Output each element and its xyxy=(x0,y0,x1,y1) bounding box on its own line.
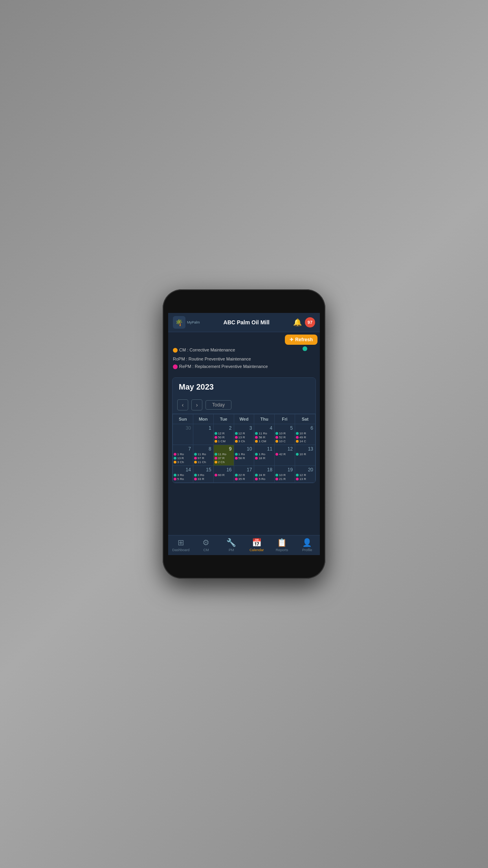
event-label: 50 R xyxy=(218,436,225,439)
calendar-day-cell[interactable]: 1242 R xyxy=(275,445,295,466)
event-tag: 42 R xyxy=(275,452,294,456)
calendar-grid: SunMonTueWedThuFriSat 301212 R50 R1 CM31… xyxy=(172,414,316,483)
day-number: 17 xyxy=(235,467,253,473)
calendar-day-cell[interactable]: 1824 R5 Ro xyxy=(254,466,275,483)
prev-month-button[interactable]: ‹ xyxy=(177,399,188,410)
day-number: 3 xyxy=(235,425,253,431)
event-tag: 50 R xyxy=(215,436,233,439)
calendar-day-cell[interactable]: 312 R13 R3 Ch xyxy=(234,424,254,445)
event-dot xyxy=(275,453,278,456)
nav-item-calendar[interactable]: 📅 Calendar xyxy=(244,538,269,552)
day-number: 1 xyxy=(194,425,213,431)
event-tag: 13 R xyxy=(235,436,253,439)
event-dot xyxy=(174,478,176,480)
refresh-button[interactable]: ✈ Refresh xyxy=(285,335,317,345)
event-tag: 10 R xyxy=(275,473,294,477)
day-number: 12 xyxy=(275,446,294,452)
event-dot xyxy=(255,478,258,480)
bottom-nav: ⊞ Dashboard ⚙ CM 🔧 PM 📅 Calendar 📋 Repor… xyxy=(168,535,320,555)
event-label: 11 Ro xyxy=(218,452,226,456)
event-tag: 11 Ro xyxy=(255,432,273,435)
event-dot xyxy=(215,461,217,463)
nav-item-dashboard[interactable]: ⊞ Dashboard xyxy=(168,538,193,552)
header-title: ABC Palm Oil Mill xyxy=(224,319,270,326)
event-dot xyxy=(235,436,238,439)
calendar-day-cell[interactable]: 1 xyxy=(193,424,213,445)
logo-icon: 🌴 xyxy=(173,316,185,329)
event-dot xyxy=(215,436,217,439)
calendar-day-header: Wed xyxy=(234,414,254,424)
event-label: 5 Ro xyxy=(177,477,184,481)
event-label: 37 R xyxy=(218,456,225,460)
event-dot xyxy=(215,432,217,435)
event-dot xyxy=(255,432,258,435)
event-dot xyxy=(296,440,299,443)
event-tag: 1 Ro xyxy=(235,452,253,456)
calendar-day-cell[interactable]: 153 Ro33 R xyxy=(193,466,213,483)
calendar-day-header: Thu xyxy=(254,414,275,424)
event-tag: 24 R xyxy=(255,473,273,477)
reports-icon: 📋 xyxy=(277,538,287,547)
legend-ropm-dot-item xyxy=(303,346,307,351)
event-label: 33 R xyxy=(198,477,204,481)
calendar-day-cell[interactable]: 2012 R13 R xyxy=(295,466,316,483)
calendar-day-cell[interactable]: 911 Ro37 R2 Ch xyxy=(213,445,234,466)
calendar-day-cell[interactable]: 811 Ro97 R11 Ch xyxy=(193,445,213,466)
calendar-body: 301212 R50 R1 CM312 R13 R3 Ch411 Ro58 R1… xyxy=(173,424,316,483)
legend-cm-item: CM : Corrective Maintenance xyxy=(173,346,235,354)
event-dot xyxy=(215,453,217,456)
calendar-day-cell[interactable]: 30 xyxy=(173,424,193,445)
event-label: 35 R xyxy=(238,477,245,481)
calendar-day-cell[interactable]: 101 Ro58 R xyxy=(234,445,254,466)
nav-item-cm[interactable]: ⚙ CM xyxy=(193,538,218,552)
event-dot xyxy=(215,474,217,476)
calendar-day-cell[interactable]: 1660 R xyxy=(213,466,234,483)
event-tag: 14 C xyxy=(296,440,314,443)
calendar-day-cell[interactable]: 1722 R35 R xyxy=(234,466,254,483)
event-label: 21 R xyxy=(279,477,286,481)
event-dot xyxy=(296,432,299,435)
event-dot xyxy=(194,457,197,460)
event-label: 10 R xyxy=(279,473,286,477)
calendar-day-cell[interactable]: 411 Ro58 R1 CM xyxy=(254,424,275,445)
calendar-day-cell[interactable]: 1910 R21 R xyxy=(275,466,295,483)
cm-icon: ⚙ xyxy=(202,538,209,547)
event-label: 22 R xyxy=(238,473,245,477)
calendar-day-cell[interactable]: 143 Ro5 Ro xyxy=(173,466,193,483)
calendar-day-cell[interactable]: 212 R50 R1 CM xyxy=(213,424,234,445)
day-number: 11 xyxy=(255,446,273,452)
today-button[interactable]: Today xyxy=(205,400,231,410)
event-label: 11 Ch xyxy=(198,460,206,464)
day-number: 13 xyxy=(296,446,314,452)
event-dot xyxy=(174,474,176,476)
calendar-day-cell[interactable]: 510 R52 R10 C xyxy=(275,424,295,445)
calendar-day-cell[interactable]: 111 Ro18 R xyxy=(254,445,275,466)
calendar-day-header: Sun xyxy=(173,414,193,424)
event-tag: 13 R xyxy=(296,477,314,481)
event-tag: 18 R xyxy=(255,456,273,460)
calendar-day-cell[interactable]: 1310 R xyxy=(295,445,316,466)
day-number: 10 xyxy=(235,446,253,452)
event-label: 97 R xyxy=(198,456,204,460)
ropm-label: RoPM : Routine Preventive Maintenance xyxy=(173,357,251,361)
day-number: 16 xyxy=(215,467,233,473)
notification-bell-icon[interactable]: 🔔 xyxy=(293,318,302,327)
nav-item-reports[interactable]: 📋 Reports xyxy=(269,538,294,552)
ropm-dot xyxy=(303,346,307,351)
calendar-container: May 2023 ‹ › Today SunMonTueWedThuFriSat… xyxy=(172,377,316,483)
nav-item-profile[interactable]: 👤 Profile xyxy=(295,538,320,552)
event-dot xyxy=(255,440,258,443)
next-month-button[interactable]: › xyxy=(191,399,202,410)
day-number: 2 xyxy=(215,425,233,431)
cm-nav-label: CM xyxy=(203,548,209,552)
nav-item-pm[interactable]: 🔧 PM xyxy=(219,538,244,552)
calendar-day-cell[interactable]: 610 R49 R14 C xyxy=(295,424,316,445)
event-dot xyxy=(174,457,176,460)
day-number: 9 xyxy=(215,446,233,452)
calendar-day-header: Tue xyxy=(213,414,234,424)
event-label: 58 R xyxy=(259,436,265,439)
event-label: 10 C xyxy=(279,440,286,443)
event-label: 1 Ro xyxy=(238,452,245,456)
event-tag: 1 CM xyxy=(215,440,233,443)
calendar-day-cell[interactable]: 71 Ro13 R3 Ch xyxy=(173,445,193,466)
